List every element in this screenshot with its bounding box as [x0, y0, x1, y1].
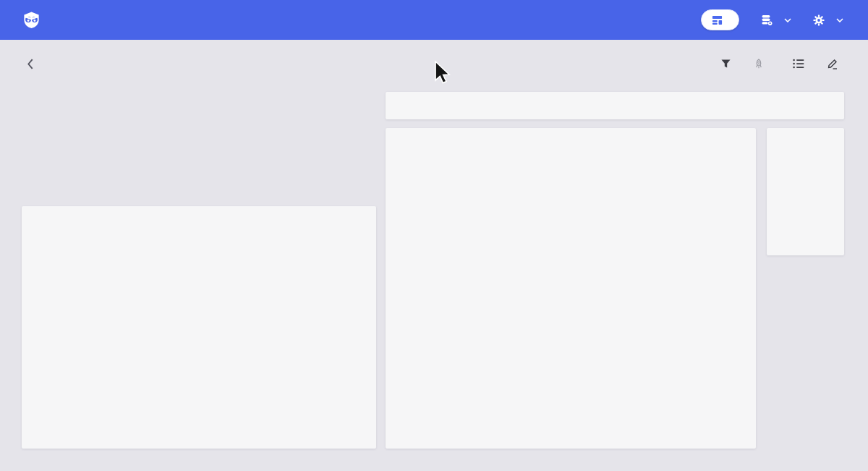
add-filter-button[interactable]	[720, 59, 736, 69]
filter-funnel-icon	[720, 59, 731, 69]
top-navbar	[0, 0, 868, 40]
database-icon	[761, 14, 773, 26]
kpi-row	[22, 92, 376, 198]
navbar-menu	[701, 9, 843, 30]
bar-chart-svg	[386, 128, 756, 449]
pie-chart-svg	[22, 206, 376, 449]
dashboard-header	[0, 40, 868, 88]
bar-chart-legend[interactable]	[386, 417, 756, 425]
rocket-icon	[754, 59, 764, 69]
options-button[interactable]	[793, 59, 809, 69]
header-actions	[720, 58, 843, 69]
date-range-panel	[767, 128, 844, 255]
boost-toggle[interactable]	[754, 59, 775, 69]
owl-logo-icon	[22, 10, 41, 30]
metric-overview-panel	[386, 128, 756, 449]
dashboard-grid-icon	[712, 14, 723, 25]
app-root	[0, 0, 868, 471]
back-button[interactable]	[22, 56, 38, 72]
nav-data-warehouse[interactable]	[761, 14, 791, 26]
edit-button[interactable]	[827, 58, 843, 69]
brand-logo[interactable]	[22, 10, 48, 30]
gear-icon	[813, 14, 825, 26]
metric-control-panel	[386, 92, 844, 119]
chevron-down-icon	[784, 18, 791, 22]
chevron-down-icon	[836, 18, 843, 22]
legend-dot-order-id	[564, 417, 572, 425]
sales-volume-panel	[22, 206, 376, 449]
chevron-left-icon	[26, 58, 34, 70]
nav-settings[interactable]	[813, 14, 843, 26]
nav-dashboards-button[interactable]	[701, 9, 739, 30]
list-icon	[793, 59, 804, 69]
pencil-icon	[827, 58, 838, 69]
